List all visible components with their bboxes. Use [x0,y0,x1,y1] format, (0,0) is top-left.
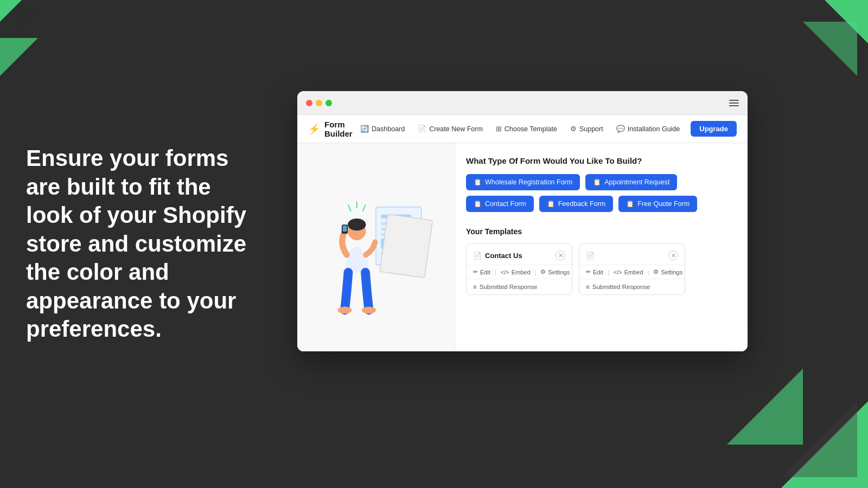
submitted-response-label-2: Submitted Response [592,284,650,290]
panel-question: What Type Of Form Would You Like To Buil… [466,156,737,165]
svg-marker-7 [727,369,803,445]
embed-label-2: Embed [624,269,643,275]
nav-create-form-label: Create New Form [429,125,483,133]
edit-label-1: Edit [480,269,490,275]
main-panel: What Type Of Form Would You Like To Buil… [455,143,748,351]
close-button[interactable] [306,100,312,106]
embed-label-1: Embed [512,269,531,275]
submitted-response-icon-2: ≡ [586,284,590,290]
template-2-settings[interactable]: ⚙ Settings [653,268,682,275]
nav-support-label: Support [579,125,603,133]
svg-marker-2 [16,5,49,38]
maximize-button[interactable] [326,100,332,106]
quote-icon: 📋 [626,200,634,208]
form-type-row-2: 📋 Contact Form 📋 Feedback Form 📋 Free Qu… [466,196,737,212]
nav-installation[interactable]: 💬 Installation Guide [611,121,686,136]
browser-chrome [297,91,748,115]
sep-4: | [648,269,649,275]
nav-support[interactable]: ⚙ Support [565,121,609,136]
installation-icon: 💬 [616,125,625,133]
app-header: ⚡ Form Builder 🔄 Dashboard 📄 Create New … [297,115,748,143]
logo-icon: ⚡ [308,123,320,135]
submitted-response-icon-1: ≡ [473,284,477,290]
feedback-icon: 📋 [547,200,555,208]
svg-marker-6 [781,401,857,477]
template-2-edit[interactable]: ✏ Edit [586,268,603,275]
hamburger-icon[interactable] [729,100,739,106]
bottom-right-shape [716,336,868,488]
template-card-1-footer[interactable]: ≡ Submitted Response [467,279,572,294]
template-2-embed[interactable]: </> Embed [614,269,643,275]
appointment-request-label: Appointment Request [604,178,669,186]
template-doc-icon-2: 📄 [586,252,595,260]
template-card-2-close[interactable]: ✕ [668,251,678,260]
nav-choose-template[interactable]: ⊞ Choose Template [490,121,563,136]
hamburger-line-3 [729,105,739,106]
template-name-1: Contact Us [485,252,522,260]
svg-marker-0 [0,0,33,33]
template-card-1-header: 📄 Contact Us ✕ [467,244,572,265]
sep-3: | [608,269,609,275]
edit-icon-2: ✏ [586,268,591,275]
svg-point-17 [348,219,366,230]
edit-icon-1: ✏ [473,268,478,275]
nav-create-form[interactable]: 📄 Create New Form [412,121,488,136]
settings-label-2: Settings [661,269,682,275]
template-card-1-name: 📄 Contact Us [473,252,522,260]
svg-marker-3 [814,0,868,54]
free-quote-form-label: Free Quote Form [637,200,690,208]
contact-form-label: Contact Form [485,200,526,208]
nav-items: 🔄 Dashboard 📄 Create New Form ⊞ Choose T… [355,121,737,137]
template-1-embed[interactable]: </> Embed [501,269,531,275]
nav-choose-template-label: Choose Template [505,125,557,133]
feedback-form-btn[interactable]: 📋 Feedback Form [539,196,614,212]
template-doc-icon-1: 📄 [473,252,482,260]
upgrade-button[interactable]: Upgrade [691,121,737,137]
bottom-right-shape-2 [727,369,803,445]
minimize-button[interactable] [316,100,322,106]
sep-2: | [535,269,537,275]
sep-1: | [495,269,496,275]
hero-text: Ensure your forms are built to fit the l… [26,144,254,344]
template-1-edit[interactable]: ✏ Edit [473,268,490,275]
app-logo: ⚡ Form Builder [308,120,353,138]
feedback-form-label: Feedback Form [558,200,606,208]
embed-icon-2: </> [614,269,622,275]
illustration-panel [297,143,455,351]
settings-icon-2: ⚙ [653,268,659,275]
svg-line-24 [363,205,366,211]
edit-label-2: Edit [593,269,603,275]
wholesale-registration-label: Wholesale Registration Form [485,178,572,186]
create-form-icon: 📄 [418,125,426,133]
appointment-icon: 📋 [593,178,601,186]
svg-point-20 [337,307,352,314]
settings-label-1: Settings [548,269,570,275]
nav-dashboard-label: Dashboard [372,125,405,133]
template-1-settings[interactable]: ⚙ Settings [540,268,570,275]
nav-dashboard[interactable]: 🔄 Dashboard [355,121,410,136]
appointment-request-btn[interactable]: 📋 Appointment Request [585,174,677,190]
templates-grid: 📄 Contact Us ✕ ✏ Edit | </> Emb [466,243,737,295]
wholesale-registration-btn[interactable]: 📋 Wholesale Registration Form [466,174,580,190]
svg-point-21 [362,307,376,314]
hamburger-line-2 [729,102,739,104]
free-quote-form-btn[interactable]: 📋 Free Quote Form [618,196,697,212]
templates-title: Your Templates [466,227,737,236]
settings-icon-1: ⚙ [540,268,546,275]
svg-marker-4 [803,22,857,76]
form-type-row-1: 📋 Wholesale Registration Form 📋 Appointm… [466,174,737,190]
top-right-shape [760,0,868,108]
template-icon: ⊞ [496,125,502,133]
app-content: What Type Of Form Would You Like To Buil… [297,143,748,351]
app-title: Form Builder [324,120,353,138]
template-card-1-close[interactable]: ✕ [556,251,565,260]
submitted-response-label-1: Submitted Response [480,284,538,290]
svg-rect-15 [380,214,433,278]
template-card-2-name: 📄 [586,252,598,260]
template-card-1: 📄 Contact Us ✕ ✏ Edit | </> Emb [466,243,572,295]
hero-section: Ensure your forms are built to fit the l… [26,144,254,344]
embed-icon-1: </> [501,269,509,275]
wholesale-icon: 📋 [474,178,482,186]
template-card-2-footer[interactable]: ≡ Submitted Response [579,279,685,294]
contact-form-btn[interactable]: 📋 Contact Form [466,196,534,212]
